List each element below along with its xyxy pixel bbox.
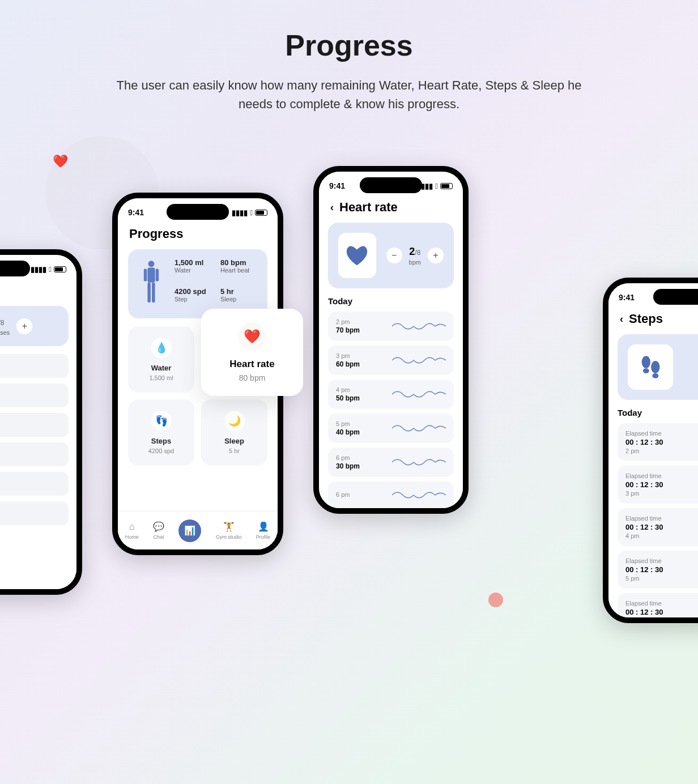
footsteps-icon [628,344,673,390]
step-row[interactable]: Elapsed time00 : 12 : 305 pm [618,551,698,589]
progress-title: Progress [129,227,183,241]
hr-row-bpm: 60 bpm [336,360,360,368]
heart-rate-row[interactable]: 3 pm60 bpm [328,346,454,375]
heart-rate-title: Heart rate [339,200,398,215]
phone-heart-rate: 9:41 ▮▮▮▮􀙇 ‹ Heart rate − 2/8 bpm + Toda… [313,166,469,514]
moon-icon: 🌙 [224,411,245,431]
hr-row-time: 6 pm [336,454,360,461]
step-elapsed-time: 00 : 12 : 30 [625,438,698,446]
step-row[interactable]: Elapsed time00 : 12 : 303 pm [618,466,698,504]
wave-icon [392,353,446,367]
heart-icon [338,233,376,278]
step-elapsed-time: 00 : 12 : 30 [625,523,698,531]
step-elapsed-label: Elapsed time [625,430,698,437]
hr-value: 2 [409,246,415,257]
step-elapsed-time: 00 : 12 : 30 [625,565,698,574]
svg-point-0 [148,261,155,267]
wave-icon [392,455,446,469]
tab-gym[interactable]: 🏋Gym studio [216,521,242,540]
water-tile[interactable]: 💧 Water 1,500 ml [128,326,194,393]
wave-icon [392,488,446,502]
page-subtitle: The user can easily know how many remain… [108,76,590,113]
step-time: 4 pm [625,532,698,539]
heart-icon: ❤️ [238,322,266,351]
step-row[interactable]: Elapsed time00 : 12 : 304 pm [618,508,698,546]
svg-point-6 [642,356,650,368]
hr-row-bpm: 70 bpm [336,326,360,334]
hr-row-time: 5 pm [336,420,360,427]
heart-rate-row[interactable]: 6 pm30 bpm [328,448,454,477]
step-elapsed-label: Elapsed time [625,515,698,522]
tab-home[interactable]: ⌂Home [125,522,139,540]
heart-rate-row[interactable]: 6 pm [328,482,454,508]
tab-chat[interactable]: 💬Chat [153,521,164,540]
steps-card [618,334,698,400]
heart-rate-popover[interactable]: ❤️ Heart rate 80 bpm [201,309,303,396]
phone-notch [0,261,30,276]
step-elapsed-label: Elapsed time [625,472,698,479]
summary-step-value: 4200 spd [174,287,212,296]
step-elapsed-time: 00 : 12 : 30 [625,480,698,489]
progress-summary-card: 1,500 mlWater 80 bpmHeart beat 4200 spdS… [128,249,267,318]
water-date-row[interactable]: 2023 [0,472,69,496]
phone-steps: 9:41 ▮▮▮▮􀙇 ‹ Steps Today Elapsed time00 … [603,278,698,623]
wave-icon [392,319,446,333]
back-button[interactable]: ‹ [620,313,623,325]
heart-rate-row[interactable]: 2 pm70 bpm [328,312,454,341]
step-elapsed-label: Elapsed time [625,600,698,607]
svg-rect-4 [147,283,151,302]
water-increment-button[interactable]: + [16,318,32,334]
summary-sleep-value: 5 hr [220,287,258,296]
heart-rate-row[interactable]: 5 pm40 bpm [328,414,454,443]
summary-hr-value: 80 bpm [220,258,258,267]
heart-emoji-icon: ❤️ [53,154,68,169]
svg-point-7 [643,368,649,373]
wave-icon [392,387,446,401]
step-elapsed-time: 00 : 12 : 30 [625,608,698,616]
hr-row-bpm: 30 bpm [336,462,360,470]
svg-rect-1 [147,267,155,282]
profile-icon: 👤 [258,521,269,532]
svg-rect-3 [156,269,159,282]
hr-row-time: 6 pm [336,491,350,498]
step-time: 2 pm [625,448,698,454]
red-dot-decoration [488,593,503,607]
steps-tile[interactable]: 👣 Steps 4200 spd [128,399,194,466]
step-time: 5 pm [625,575,698,582]
water-date-row[interactable]: 2023 [0,384,69,407]
hr-row-bpm: 40 bpm [336,428,360,436]
water-date-row[interactable]: 023 [0,501,69,525]
hr-decrement-button[interactable]: − [386,248,402,263]
water-date-row[interactable]: 023 [0,354,69,378]
wave-icon [392,421,446,435]
dumbbell-icon: 🏋 [223,521,235,532]
page-title: Progress [11,28,687,62]
chat-icon: 💬 [153,521,164,532]
tab-profile[interactable]: 👤Profile [256,521,271,540]
water-counter-card: − 2/8 Glasses + [0,306,69,346]
hr-row-time: 2 pm [336,318,360,325]
svg-rect-2 [144,269,147,282]
phone-notch [653,289,698,305]
hr-unit: bpm [409,259,421,266]
water-date-row[interactable]: 3 [0,442,69,466]
footsteps-icon: 👣 [151,411,172,431]
water-date-row[interactable]: 20, 2023 [0,413,69,437]
phone-notch [167,204,229,220]
hr-row-time: 4 pm [336,386,360,393]
hr-row-bpm: 50 bpm [336,394,360,402]
home-icon: ⌂ [129,522,135,532]
svg-point-8 [651,361,659,373]
sleep-tile[interactable]: 🌙 Sleep 5 hr [201,399,267,466]
step-row[interactable]: Elapsed time00 : 12 : 30 [618,593,698,617]
hr-increment-button[interactable]: + [428,248,444,263]
tab-progress[interactable]: 📊 [178,519,201,542]
svg-rect-5 [152,283,155,302]
back-button[interactable]: ‹ [330,202,334,214]
step-row[interactable]: Elapsed time00 : 12 : 302 pm [618,423,698,461]
heart-rate-row[interactable]: 4 pm50 bpm [328,380,454,409]
tab-bar: ⌂Home 💬Chat 📊 🏋Gym studio 👤Profile [118,511,278,549]
water-drop-icon: 💧 [151,338,172,358]
steps-title: Steps [629,312,663,326]
svg-point-9 [652,373,658,378]
